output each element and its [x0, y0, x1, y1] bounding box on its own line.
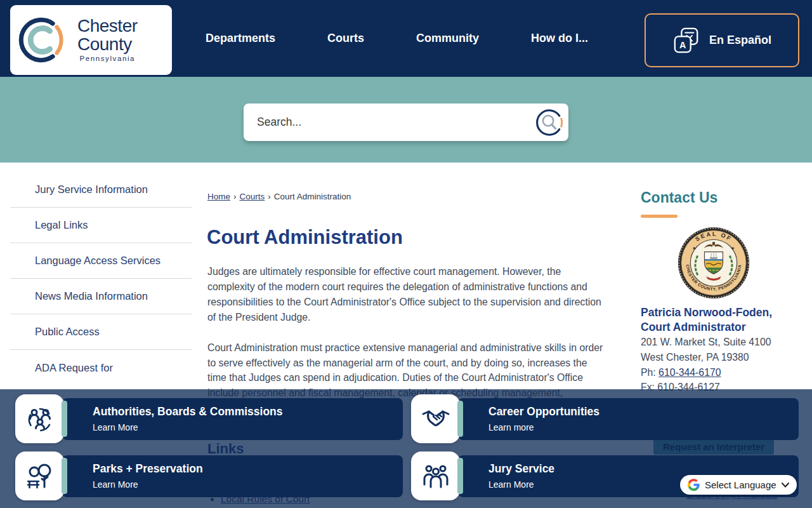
paragraph-1: Judges are ultimately responsible for ef… — [207, 264, 608, 325]
card-body: Authorities, Boards & Commissions Learn … — [62, 398, 403, 440]
sidebar-item-public-access[interactable]: Public Access — [10, 314, 192, 350]
card-accent-strip — [457, 401, 463, 437]
breadcrumb-separator: › — [233, 192, 237, 201]
card-icon-box — [15, 451, 64, 500]
card-body: Parks + Preservation Learn More — [62, 455, 403, 497]
search-input[interactable] — [244, 104, 533, 141]
sidebar-item-news-media[interactable]: News Media Information — [10, 279, 192, 314]
card-accent-strip — [457, 458, 463, 494]
sidebar-item-jury-service[interactable]: Jury Service Information — [10, 172, 192, 208]
breadcrumb-separator: › — [268, 192, 271, 201]
nav-item-community[interactable]: Community — [416, 32, 479, 45]
contact-phone-line: Ph: 610-344-6170 — [641, 365, 799, 380]
park-icon — [25, 461, 55, 491]
contact-address2: West Chester, PA 19380 — [641, 350, 799, 365]
logo-line2: County — [77, 36, 138, 54]
jury-icon — [421, 461, 451, 491]
svg-text:A: A — [679, 39, 686, 50]
card-title: Career Opportunities — [488, 405, 799, 418]
logo-line1: Chester — [77, 17, 138, 36]
card-icon-box — [411, 451, 460, 500]
contact-address1: 201 W. Market St, Suite 4100 — [641, 335, 799, 350]
card-title: Jury Service — [488, 462, 799, 476]
site-logo[interactable]: Chester County Pennsylvania — [10, 5, 172, 75]
county-seal: SEAL OF CHESTER COUNTY, PENNSYLVANIA ★ ★ — [677, 226, 750, 300]
nav-item-departments[interactable]: Departments — [206, 32, 275, 45]
google-logo-icon — [688, 479, 700, 491]
learn-more-link[interactable]: Learn More — [488, 479, 534, 490]
en-espanol-label: En Español — [709, 34, 771, 47]
chester-county-logo-icon — [18, 12, 74, 68]
sidebar-item-legal-links[interactable]: Legal Links — [10, 208, 192, 243]
contact-panel: Contact Us SEAL OF CHESTER COUNTY, PENNS… — [641, 189, 799, 395]
contact-name: Patricia Norwood-Foden, Court Administra… — [641, 305, 799, 335]
breadcrumb-courts[interactable]: Courts — [240, 192, 265, 201]
card-body: Career Opportunities Learn more — [458, 398, 799, 440]
handshake-icon — [421, 404, 451, 434]
contact-heading: Contact Us — [641, 189, 799, 206]
search-box — [244, 104, 568, 141]
card-title: Parks + Preservation — [93, 462, 403, 476]
chevron-down-icon — [782, 483, 789, 488]
logo-line3: Pennsylvania — [77, 55, 138, 63]
accent-underline — [641, 215, 678, 218]
search-button[interactable] — [533, 106, 566, 139]
svg-text:★: ★ — [692, 246, 696, 250]
breadcrumb-current: Court Administration — [274, 192, 351, 201]
select-language-label: Select Language — [705, 479, 776, 490]
breadcrumb: Home›Courts›Court Administration — [207, 192, 351, 201]
card-icon-box — [411, 394, 460, 443]
logo-text: Chester County Pennsylvania — [77, 17, 138, 63]
search-band — [0, 77, 812, 163]
breadcrumb-home[interactable]: Home — [207, 192, 230, 201]
learn-more-link[interactable]: Learn More — [93, 479, 138, 490]
card-accent-strip — [62, 401, 67, 437]
left-nav: Jury Service Information Legal Links Lan… — [10, 172, 192, 385]
main-nav: Departments Courts Community How do I... — [206, 0, 588, 77]
card-career-opportunities[interactable]: Career Opportunities Learn more — [411, 394, 799, 443]
page: Chester County Pennsylvania Departments … — [0, 0, 812, 508]
card-icon-box — [15, 394, 64, 443]
en-espanol-button[interactable]: A En Español — [645, 13, 799, 67]
people-network-icon — [25, 404, 55, 434]
phone-link[interactable]: 610-344-6170 — [658, 367, 721, 378]
card-accent-strip — [62, 458, 67, 494]
nav-item-courts[interactable]: Courts — [327, 32, 364, 45]
site-header: Chester County Pennsylvania Departments … — [0, 0, 812, 77]
nav-item-how-do-i[interactable]: How do I... — [531, 32, 588, 45]
page-title: Court Administration — [207, 226, 403, 249]
learn-more-link[interactable]: Learn more — [488, 422, 534, 432]
select-language-widget[interactable]: Select Language — [680, 475, 797, 495]
sidebar-item-ada-request[interactable]: ADA Request for — [10, 350, 192, 385]
card-parks-preservation[interactable]: Parks + Preservation Learn More — [15, 451, 403, 500]
card-authorities-boards[interactable]: Authorities, Boards & Commissions Learn … — [15, 394, 403, 443]
svg-text:★: ★ — [731, 246, 735, 250]
search-icon — [535, 108, 564, 137]
translate-icon: A — [672, 27, 700, 55]
learn-more-link[interactable]: Learn More — [93, 422, 138, 432]
card-title: Authorities, Boards & Commissions — [93, 405, 403, 418]
sidebar-item-language-access[interactable]: Language Access Services — [10, 243, 192, 279]
